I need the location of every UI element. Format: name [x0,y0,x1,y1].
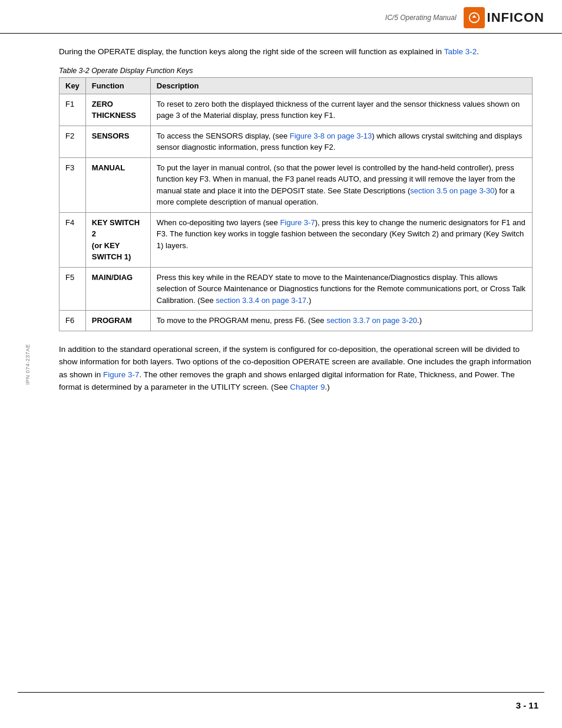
col-header-function: Function [85,77,150,94]
logo-icon [464,7,485,28]
table-caption: Table 3-2 Operate Display Function Keys [59,67,533,75]
bottom-text-3: .) [325,383,329,391]
figure-3-7-link-f4[interactable]: Figure 3-7 [280,218,315,227]
key-f5: F5 [59,267,86,311]
chapter-9-link[interactable]: Chapter 9 [290,383,325,391]
table-row: F5 MAIN/DIAG Press this key while in the… [59,267,533,311]
table-3-2-link[interactable]: Table 3-2 [444,47,477,56]
table-header-row: Key Function Description [59,77,533,94]
func-f6: PROGRAM [85,311,150,331]
content-area: During the OPERATE display, the function… [0,34,562,414]
logo-svg-icon [468,11,481,24]
func-f2: SENSORS [85,126,150,157]
footer-line [18,692,544,693]
function-keys-table: Key Function Description F1 ZEROTHICKNES… [59,77,533,331]
func-f5: MAIN/DIAG [85,267,150,311]
intro-text-1: During the OPERATE display, the function… [59,47,444,56]
table-row: F6 PROGRAM To move to the PROGRAM menu, … [59,311,533,331]
desc-f3: To put the layer in manual control, (so … [150,157,532,212]
key-f2: F2 [59,126,86,157]
desc-f5: Press this key while in the READY state … [150,267,532,311]
table-row: F1 ZEROTHICKNESS To reset to zero both t… [59,94,533,126]
bottom-paragraph: In addition to the standard operational … [59,343,533,394]
desc-f6: To move to the PROGRAM menu, press F6. (… [150,311,532,331]
table-row: F3 MANUAL To put the layer in manual con… [59,157,533,212]
col-header-description: Description [150,77,532,94]
header-title: IC/5 Operating Manual [385,14,457,22]
figure-3-8-link[interactable]: Figure 3-8 on page 3-13 [290,131,372,140]
section-3-3-7-link[interactable]: section 3.3.7 on page 3-20 [326,316,417,325]
section-3-3-4-link[interactable]: section 3.3.4 on page 3-17 [216,296,306,305]
key-f3: F3 [59,157,86,212]
side-label: IPN 074-237AE [25,344,31,384]
page-container: IPN 074-237AE IC/5 Operating Manual INFI… [0,0,562,728]
header: IC/5 Operating Manual INFICON [0,0,562,34]
page-number: 3 - 11 [516,700,538,710]
desc-f1: To reset to zero both the displayed thic… [150,94,532,126]
intro-text-2: . [477,47,479,56]
key-f4: F4 [59,212,86,267]
func-f4: KEY SWITCH 2(or KEYSWITCH 1) [85,212,150,267]
key-f1: F1 [59,94,86,126]
func-f1: ZEROTHICKNESS [85,94,150,126]
figure-3-7-link[interactable]: Figure 3-7 [103,370,140,379]
table-row: F4 KEY SWITCH 2(or KEYSWITCH 1) When co-… [59,212,533,267]
col-header-key: Key [59,77,86,94]
intro-paragraph: During the OPERATE display, the function… [59,45,533,58]
logo-text: INFICON [487,10,544,25]
desc-f2: To access the SENSORS display, (see Figu… [150,126,532,157]
func-f3: MANUAL [85,157,150,212]
section-3-5-link[interactable]: section 3.5 on page 3-30 [410,186,494,195]
table-row: F2 SENSORS To access the SENSORS display… [59,126,533,157]
desc-f4: When co-depositing two layers (see Figur… [150,212,532,267]
key-f6: F6 [59,311,86,331]
logo-container: INFICON [464,7,544,28]
